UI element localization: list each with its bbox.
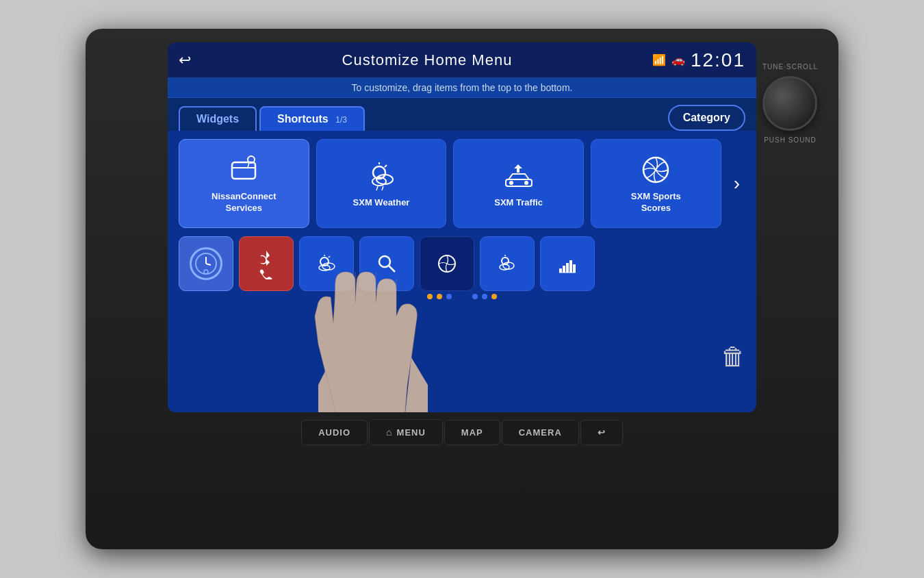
- svg-line-6: [385, 165, 387, 167]
- back-physical-button[interactable]: ↩: [580, 420, 623, 445]
- clock-svg: [194, 251, 218, 276]
- svg-point-19: [320, 257, 329, 266]
- small-tile-weather2[interactable]: [480, 236, 535, 291]
- search-icon: [376, 253, 397, 274]
- svg-point-24: [379, 256, 390, 267]
- dots-right: [472, 291, 497, 302]
- audio-button[interactable]: AUDIO: [301, 420, 368, 445]
- tile-sxm-traffic[interactable]: SXM Traffic: [453, 139, 584, 228]
- weather2-icon: [497, 253, 517, 274]
- svg-line-25: [389, 266, 395, 272]
- car-surround: ↩ Customize Home Menu 📶 🚗 12:01 To custo…: [86, 29, 838, 549]
- tab-shortcuts[interactable]: Shortcuts 1/3: [259, 106, 365, 131]
- bt-phone-icon: [256, 248, 277, 268]
- sports-small-icon: [437, 253, 457, 274]
- connect-icon: [227, 153, 261, 187]
- next-arrow-button[interactable]: ›: [728, 173, 745, 194]
- dot-6: [491, 294, 497, 299]
- clock-icon: [190, 247, 222, 280]
- tile-nissanconnect-label: NissanConnectServices: [211, 191, 277, 214]
- home-icon: ⌂: [386, 427, 392, 438]
- bottom-content: [179, 236, 745, 302]
- svg-line-10: [382, 186, 383, 190]
- dot-2: [437, 294, 442, 299]
- svg-line-9: [376, 186, 378, 190]
- svg-rect-32: [563, 266, 565, 273]
- tab-widgets[interactable]: Widgets: [179, 106, 257, 131]
- tile-sxm-weather[interactable]: SXM Weather: [316, 139, 447, 228]
- top-tiles-row: NissanConnectServices S: [179, 139, 745, 228]
- small-tile-clock[interactable]: [179, 236, 233, 291]
- dots-section: [179, 291, 745, 302]
- small-tile-bt-phone[interactable]: [239, 236, 294, 291]
- weather-icon: [364, 159, 398, 193]
- tabs-row: Widgets Shortcuts 1/3 Category: [168, 98, 756, 131]
- svg-rect-35: [573, 264, 576, 273]
- phone-icon: [259, 268, 273, 279]
- tab-shortcuts-badge: 1/3: [335, 115, 347, 125]
- tile-sxm-sports[interactable]: SXM SportsScores: [591, 139, 721, 228]
- svg-point-30: [500, 264, 509, 270]
- signal-icon: 📶: [652, 53, 666, 66]
- svg-line-21: [329, 256, 330, 257]
- svg-line-17: [206, 264, 211, 265]
- subtitle-text: To customize, drag items from the top to…: [352, 82, 573, 93]
- dot-1: [427, 294, 433, 299]
- push-label: PUSH SOUND: [764, 136, 817, 144]
- physical-buttons-row: AUDIO ⌂ MENU MAP CAMERA ↩: [92, 419, 832, 445]
- tile-sxm-sports-label: SXM SportsScores: [631, 191, 681, 214]
- trash-area[interactable]: 🗑: [721, 342, 745, 371]
- screen-title: Customize Home Menu: [202, 51, 652, 69]
- dot-4: [472, 294, 478, 299]
- back-button[interactable]: ↩: [179, 51, 191, 69]
- right-controls: TUNE·SCROLL PUSH SOUND: [762, 63, 818, 144]
- svg-rect-0: [232, 162, 255, 179]
- weather-small-icon: [316, 253, 337, 274]
- status-area: 📶 🚗 12:01: [652, 49, 745, 71]
- small-tile-weather[interactable]: [299, 236, 354, 291]
- screen: ↩ Customize Home Menu 📶 🚗 12:01 To custo…: [168, 42, 756, 412]
- svg-rect-31: [559, 268, 562, 273]
- dots-left: [427, 291, 452, 302]
- car-status-icon: 🚗: [671, 53, 685, 66]
- svg-rect-34: [569, 260, 572, 273]
- tune-knob[interactable]: [762, 76, 817, 131]
- tile-sxm-weather-label: SXM Weather: [353, 197, 410, 209]
- tab-category[interactable]: Category: [668, 105, 745, 131]
- header: ↩ Customize Home Menu 📶 🚗 12:01: [168, 42, 756, 78]
- small-tile-search[interactable]: [359, 236, 414, 291]
- trash-icon: 🗑: [721, 342, 745, 371]
- svg-point-12: [509, 181, 513, 185]
- bottom-tiles-row: [179, 236, 745, 291]
- menu-button[interactable]: ⌂ MENU: [369, 419, 443, 445]
- map-button[interactable]: MAP: [444, 420, 500, 445]
- traffic-icon: [502, 159, 536, 193]
- small-tile-sports[interactable]: [420, 236, 474, 291]
- subtitle-bar: To customize, drag items from the top to…: [168, 78, 756, 98]
- content-area: NissanConnectServices S: [168, 131, 756, 412]
- svg-point-13: [524, 181, 528, 185]
- tile-nissanconnect[interactable]: NissanConnectServices: [179, 139, 309, 228]
- dot-3: [446, 294, 452, 299]
- screen-bezel: ↩ Customize Home Menu 📶 🚗 12:01 To custo…: [168, 42, 756, 412]
- tune-label: TUNE·SCROLL: [762, 63, 818, 71]
- clock-display: 12:01: [691, 49, 745, 71]
- fuel-icon: [557, 253, 578, 274]
- sports-icon: [639, 153, 673, 187]
- camera-button[interactable]: CAMERA: [502, 420, 579, 445]
- tile-sxm-traffic-label: SXM Traffic: [494, 197, 543, 209]
- svg-rect-33: [566, 263, 569, 273]
- small-tile-fuel[interactable]: [540, 236, 595, 291]
- dot-5: [482, 294, 487, 299]
